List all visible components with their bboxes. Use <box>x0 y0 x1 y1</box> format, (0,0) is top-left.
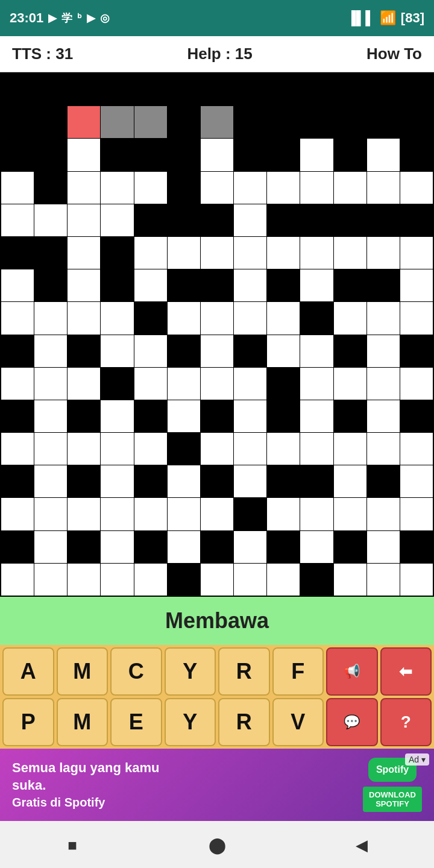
crossword-grid[interactable] <box>0 72 434 597</box>
crossword-cell[interactable] <box>300 465 333 497</box>
crossword-cell[interactable] <box>201 498 233 530</box>
crossword-cell[interactable] <box>267 564 300 596</box>
crossword-cell[interactable] <box>201 172 233 204</box>
crossword-cell[interactable] <box>34 465 67 497</box>
crossword-cell[interactable] <box>101 172 133 204</box>
crossword-cell[interactable] <box>267 204 300 236</box>
crossword-cell[interactable] <box>34 498 67 530</box>
crossword-cell[interactable] <box>367 368 400 400</box>
crossword-cell[interactable] <box>68 368 100 400</box>
crossword-cell[interactable] <box>1 531 34 563</box>
crossword-cell[interactable] <box>234 269 266 301</box>
crossword-cell[interactable] <box>134 335 167 367</box>
crossword-cell[interactable] <box>201 204 233 236</box>
help-button[interactable]: ? <box>380 698 432 746</box>
crossword-cell[interactable] <box>168 172 200 204</box>
crossword-cell[interactable] <box>367 498 400 530</box>
crossword-cell[interactable] <box>300 204 333 236</box>
crossword-cell[interactable] <box>367 237 400 269</box>
crossword-cell[interactable] <box>267 172 300 204</box>
crossword-cell[interactable] <box>68 172 100 204</box>
crossword-cell[interactable] <box>34 106 67 138</box>
crossword-cell[interactable] <box>34 269 67 301</box>
crossword-cell[interactable] <box>234 564 266 596</box>
crossword-cell[interactable] <box>367 204 400 236</box>
crossword-cell[interactable] <box>68 74 100 105</box>
crossword-cell[interactable] <box>101 269 133 301</box>
crossword-cell[interactable] <box>68 433 100 465</box>
crossword-cell[interactable] <box>101 204 133 236</box>
crossword-cell[interactable] <box>334 465 366 497</box>
nav-home-button[interactable]: ⬤ <box>199 827 235 863</box>
crossword-cell[interactable] <box>267 433 300 465</box>
crossword-cell[interactable] <box>234 465 266 497</box>
crossword-cell[interactable] <box>400 335 433 367</box>
crossword-cell[interactable] <box>68 531 100 563</box>
crossword-cell[interactable] <box>400 564 433 596</box>
crossword-cell[interactable] <box>1 400 34 432</box>
key-M2[interactable]: M <box>57 698 108 746</box>
crossword-cell[interactable] <box>367 172 400 204</box>
key-E[interactable]: E <box>110 698 162 746</box>
crossword-cell[interactable] <box>168 302 200 334</box>
crossword-cell[interactable] <box>34 139 67 171</box>
crossword-cell[interactable] <box>234 368 266 400</box>
crossword-cell[interactable] <box>234 172 266 204</box>
crossword-cell[interactable] <box>234 433 266 465</box>
crossword-cell[interactable] <box>300 74 333 105</box>
ads-button[interactable]: 📢 <box>326 647 378 696</box>
crossword-cell[interactable] <box>300 498 333 530</box>
crossword-cell[interactable] <box>334 74 366 105</box>
crossword-cell[interactable] <box>267 269 300 301</box>
key-Y[interactable]: Y <box>165 647 216 696</box>
crossword-cell[interactable] <box>334 237 366 269</box>
crossword-cell[interactable] <box>101 139 133 171</box>
crossword-cell[interactable] <box>68 106 100 138</box>
crossword-cell[interactable] <box>101 335 133 367</box>
crossword-cell[interactable] <box>400 498 433 530</box>
crossword-cell[interactable] <box>334 498 366 530</box>
crossword-cell[interactable] <box>234 302 266 334</box>
crossword-cell[interactable] <box>101 531 133 563</box>
crossword-cell[interactable] <box>34 400 67 432</box>
crossword-cell[interactable] <box>234 74 266 105</box>
crossword-cell[interactable] <box>101 368 133 400</box>
crossword-cell[interactable] <box>34 74 67 105</box>
crossword-cell[interactable] <box>134 564 167 596</box>
crossword-cell[interactable] <box>334 531 366 563</box>
crossword-cell[interactable] <box>334 433 366 465</box>
crossword-cell[interactable] <box>1 368 34 400</box>
crossword-cell[interactable] <box>1 433 34 465</box>
download-spotify-button[interactable]: DOWNLOADSPOTIFY <box>363 787 422 812</box>
nav-stop-button[interactable]: ■ <box>54 827 90 863</box>
crossword-cell[interactable] <box>101 237 133 269</box>
crossword-cell[interactable] <box>334 400 366 432</box>
crossword-cell[interactable] <box>134 237 167 269</box>
crossword-cell[interactable] <box>267 335 300 367</box>
chat-button[interactable]: 💬 <box>326 698 378 746</box>
crossword-cell[interactable] <box>168 139 200 171</box>
crossword-cell[interactable] <box>267 368 300 400</box>
crossword-cell[interactable] <box>168 335 200 367</box>
crossword-cell[interactable] <box>134 531 167 563</box>
key-R2[interactable]: R <box>218 698 270 746</box>
crossword-cell[interactable] <box>1 498 34 530</box>
crossword-cell[interactable] <box>267 237 300 269</box>
crossword-cell[interactable] <box>300 237 333 269</box>
crossword-cell[interactable] <box>134 302 167 334</box>
crossword-cell[interactable] <box>400 368 433 400</box>
crossword-cell[interactable] <box>300 106 333 138</box>
crossword-cell[interactable] <box>134 106 167 138</box>
crossword-cell[interactable] <box>400 302 433 334</box>
crossword-cell[interactable] <box>201 368 233 400</box>
crossword-cell[interactable] <box>234 498 266 530</box>
crossword-cell[interactable] <box>134 368 167 400</box>
crossword-cell[interactable] <box>201 237 233 269</box>
crossword-cell[interactable] <box>1 335 34 367</box>
crossword-cell[interactable] <box>201 302 233 334</box>
crossword-cell[interactable] <box>300 335 333 367</box>
crossword-cell[interactable] <box>334 269 366 301</box>
crossword-cell[interactable] <box>334 564 366 596</box>
crossword-cell[interactable] <box>267 400 300 432</box>
crossword-cell[interactable] <box>101 302 133 334</box>
